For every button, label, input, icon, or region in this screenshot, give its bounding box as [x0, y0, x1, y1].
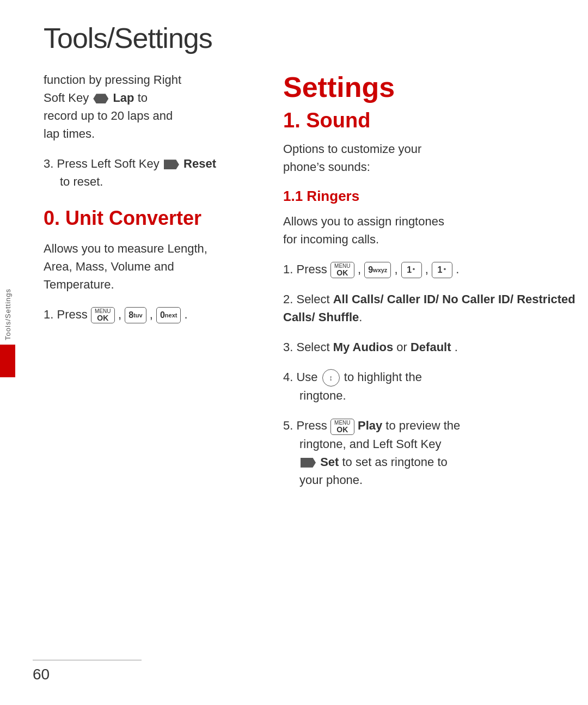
lap-label: Lap: [113, 91, 134, 105]
nav-icon: ↕: [322, 369, 340, 387]
step3-default: Default: [411, 340, 451, 354]
step5-text3: ringtone, and Left Soft Key: [283, 437, 442, 451]
left-soft-key-icon: [164, 160, 179, 169]
page-title: Tools/Settings: [0, 0, 588, 71]
key-9wxyz: 9 wxyz: [364, 262, 391, 278]
right-column: Settings 1. Sound Options to customize y…: [272, 71, 588, 501]
ringers-intro-1: Allows you to assign ringtones: [283, 214, 444, 228]
step3-suffix: to reset.: [44, 175, 103, 188]
unit-step1: 1. Press MENU OK , 8 tuv , 0 next .: [44, 305, 250, 323]
step3-my-audios: My Audios: [333, 340, 393, 354]
menu-ok-key-left: MENU OK: [91, 307, 115, 323]
menu-ok-key-step5: MENU OK: [330, 419, 354, 435]
intro-text-1: function by pressing Right: [44, 73, 181, 87]
ringers-step2: 2. Select All Calls/ Caller ID/ No Calle…: [283, 290, 588, 326]
intro-to: to: [138, 91, 148, 105]
bottom-section: 60: [33, 660, 555, 683]
settings-heading: Settings: [283, 71, 588, 103]
soft-key-intro: Soft Key: [44, 91, 92, 105]
step5-play-label: Play: [358, 419, 382, 432]
step4-text3: ringtone.: [283, 389, 346, 402]
sidebar-red-block: [0, 345, 15, 377]
reset-label: Reset: [183, 157, 216, 170]
ringers-step3: 3. Select My Audios or Default .: [283, 338, 588, 356]
ringers-intro: Allows you to assign ringtones for incom…: [283, 212, 588, 248]
step3-end: .: [455, 340, 458, 354]
step3-or: or: [396, 340, 411, 354]
sound-intro-1: Options to customize your: [283, 142, 421, 156]
step3-text: 3. Select: [283, 340, 330, 354]
step4-text2: to highlight the: [344, 370, 422, 384]
key-0next: 0 next: [156, 307, 181, 323]
step3-reset: 3. Press Left Soft Key Reset to reset.: [44, 155, 250, 191]
intro-text-4: record up to 20 laps and: [44, 109, 173, 122]
bottom-line: [33, 660, 142, 660]
unit-body-1: Allows you to measure Length,: [44, 242, 207, 255]
ringers-heading: 1.1 Ringers: [283, 188, 588, 205]
sidebar-tab-label: Tools/Settings: [4, 289, 12, 340]
ringers-step4: 4. Use ↕ to highlight the ringtone.: [283, 368, 588, 404]
ringers-intro-2: for incoming calls.: [283, 232, 379, 246]
left-soft-key-icon-2: [301, 458, 316, 468]
unit-step1-prefix: 1. Press: [44, 308, 88, 321]
step5-text4: to set as ringtone to: [342, 455, 448, 469]
key-1b: 1 ⚬: [432, 262, 452, 278]
ringers-step5: 5. Press MENU OK Play to preview the rin…: [283, 416, 588, 488]
right-soft-key-icon: [93, 94, 108, 103]
step4-text1: 4. Use: [283, 370, 318, 384]
key-8tuv: 8 tuv: [125, 307, 146, 323]
step5-text2: to preview the: [385, 419, 460, 432]
intro-paragraph: function by pressing Right Soft Key Lap …: [44, 71, 250, 143]
sound-heading: 1. Sound: [283, 109, 588, 132]
sound-intro: Options to customize your phone’s sounds…: [283, 140, 588, 176]
left-column: function by pressing Right Soft Key Lap …: [44, 71, 272, 501]
step3-prefix: 3. Press Left Soft Key: [44, 157, 160, 170]
unit-body-2: Area, Mass, Volume and: [44, 260, 174, 273]
page-number: 60: [33, 666, 555, 683]
key-1a: 1 ⚬: [401, 262, 422, 278]
unit-body: Allows you to measure Length, Area, Mass…: [44, 240, 250, 293]
unit-body-3: Temperature.: [44, 278, 114, 291]
step5-text1: 5. Press: [283, 419, 327, 432]
menu-ok-key-right: MENU OK: [330, 262, 354, 278]
ringers-step1: 1. Press MENU OK , 9 wxyz , 1 ⚬ , 1 ⚬ .: [283, 260, 588, 278]
sidebar-tab: Tools/Settings: [0, 283, 15, 392]
step5-text5: your phone.: [283, 473, 363, 487]
intro-text-5: lap times.: [44, 127, 95, 140]
sound-intro-2: phone’s sounds:: [283, 160, 370, 174]
step2-text: 2. Select: [283, 292, 330, 306]
step2-end: .: [359, 310, 362, 324]
step1-prefix: 1. Press: [283, 262, 327, 276]
step5-set-label: Set: [320, 455, 339, 469]
step5-left-key: Set to set as ringtone to: [283, 455, 448, 469]
unit-converter-heading: 0. Unit Converter: [44, 207, 250, 230]
